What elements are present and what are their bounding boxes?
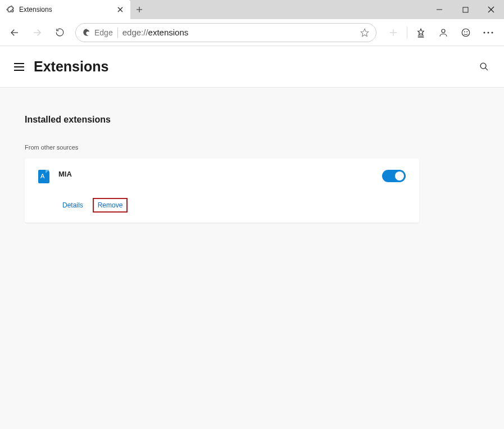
extension-enable-toggle[interactable]: [382, 170, 406, 182]
extension-actions: Details Remove: [58, 198, 406, 213]
favorite-star-icon[interactable]: [360, 28, 369, 37]
svg-marker-13: [418, 29, 424, 35]
section-installed-title: Installed extensions: [25, 115, 479, 125]
edge-logo-icon: [83, 28, 91, 37]
page-title: Extensions: [34, 58, 108, 75]
page-header: Extensions: [0, 46, 504, 88]
svg-point-16: [442, 29, 445, 33]
extension-name: MIA: [58, 170, 72, 178]
hamburger-menu-icon[interactable]: [11, 59, 27, 75]
svg-point-17: [462, 29, 470, 37]
svg-point-18: [464, 31, 465, 32]
page-body: Extensions Installed extensions From oth…: [0, 46, 504, 429]
window-maximize-button[interactable]: [452, 0, 478, 19]
svg-marker-10: [361, 29, 368, 36]
more-menu-icon[interactable]: [477, 22, 500, 43]
toggle-knob: [395, 171, 404, 180]
svg-line-27: [485, 68, 487, 70]
search-icon[interactable]: [475, 58, 493, 76]
url-text[interactable]: edge://extensions: [122, 28, 356, 37]
nav-back-button[interactable]: [4, 22, 25, 43]
extension-card: A MIA Details Remove: [25, 159, 419, 223]
browser-toolbar: Edge edge://extensions: [0, 19, 504, 46]
svg-point-20: [484, 31, 485, 33]
browser-tab[interactable]: Extensions: [0, 0, 130, 19]
window-minimize-button[interactable]: [426, 0, 452, 19]
window-titlebar: Extensions: [0, 0, 504, 19]
nav-forward-button[interactable]: [27, 22, 47, 43]
nav-refresh-button[interactable]: [49, 22, 70, 43]
site-identity-label: Edge: [94, 28, 113, 37]
toolbar-separator: [407, 26, 407, 39]
new-tab-button[interactable]: [130, 0, 148, 19]
extension-row: A MIA: [38, 170, 406, 183]
content-area: Installed extensions From other sources …: [0, 88, 504, 429]
favorites-list-icon[interactable]: [410, 22, 432, 43]
svg-point-21: [488, 31, 489, 33]
extension-details-link[interactable]: Details: [58, 199, 87, 211]
extension-app-icon: A: [38, 170, 49, 183]
site-identity: Edge: [83, 28, 113, 37]
toolbar-right-icons: [382, 22, 500, 43]
svg-point-26: [480, 63, 486, 69]
svg-rect-5: [463, 7, 468, 12]
address-bar[interactable]: Edge edge://extensions: [75, 23, 376, 42]
extension-puzzle-icon: [6, 5, 15, 14]
svg-point-19: [467, 31, 467, 32]
tab-title: Extensions: [19, 6, 116, 13]
extension-icon-letter: A: [40, 173, 44, 179]
window-close-button[interactable]: [478, 0, 504, 19]
url-scheme: edge://: [122, 28, 148, 37]
profile-icon[interactable]: [432, 22, 455, 43]
toolbar-add-icon[interactable]: [382, 22, 405, 43]
address-separator: [117, 28, 118, 38]
window-controls: [426, 0, 504, 19]
svg-point-22: [492, 31, 493, 33]
extension-remove-link[interactable]: Remove: [93, 198, 128, 213]
feedback-smiley-icon[interactable]: [455, 22, 477, 43]
section-source-subhead: From other sources: [25, 144, 479, 151]
url-path: extensions: [148, 28, 189, 37]
tab-close-button[interactable]: [116, 5, 125, 14]
